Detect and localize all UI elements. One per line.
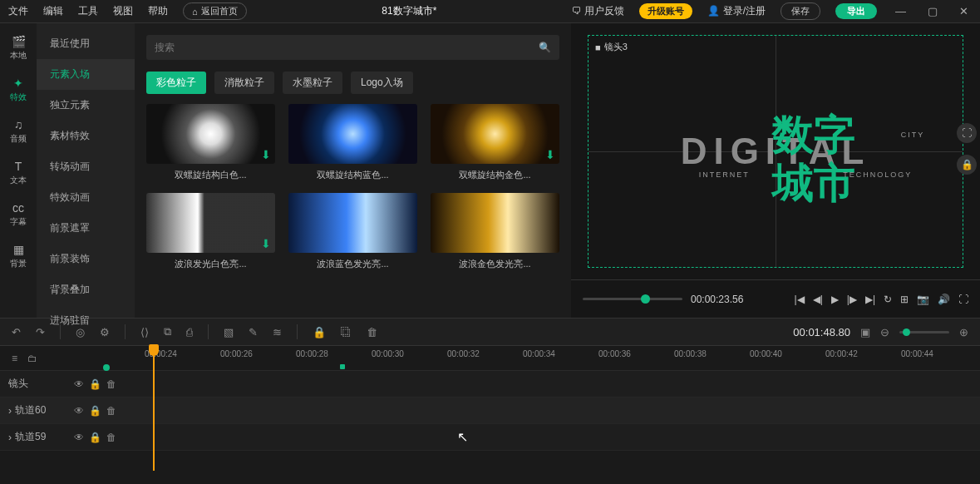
eye-icon[interactable]: 👁 — [74, 432, 84, 443]
export-button[interactable]: 导出 — [835, 3, 877, 19]
menu-tools[interactable]: 工具 — [78, 4, 98, 18]
search-input[interactable] — [155, 42, 539, 53]
asset-item[interactable]: 波浪金色发光亮... — [431, 193, 559, 270]
crop-tool-button[interactable]: ⛶ — [957, 123, 977, 143]
cat-standalone[interactable]: 独立元素 — [37, 90, 135, 121]
layers-icon[interactable]: ≋ — [273, 326, 282, 338]
volume-icon[interactable]: 🔊 — [938, 294, 950, 305]
cat-fg-mask[interactable]: 前景遮罩 — [37, 213, 135, 244]
crop-icon[interactable]: ⧉ — [164, 325, 171, 338]
preview-canvas[interactable]: ■镜头3 DIGITAL 数字 城市 INTERNET CITY TECHNOL… — [571, 23, 980, 279]
asset-item[interactable]: ⬇波浪发光白色亮... — [146, 193, 275, 270]
track-60[interactable]: ›轨道60 👁🔒🗑 — [0, 398, 980, 424]
nav-effects[interactable]: ✦特效 — [0, 73, 37, 106]
home-button[interactable]: ⌂返回首页 — [183, 2, 247, 20]
playhead-handle[interactable] — [149, 344, 159, 356]
seek-bar[interactable] — [583, 298, 682, 300]
snapshot-icon[interactable]: 📷 — [917, 294, 929, 305]
close-icon[interactable]: ✕ — [956, 5, 972, 17]
menu-help[interactable]: 帮助 — [148, 4, 168, 18]
upgrade-button[interactable]: 升级账号 — [639, 3, 692, 19]
safegrid-icon[interactable]: ⊞ — [900, 294, 909, 305]
tab-ink-particles[interactable]: 水墨粒子 — [283, 72, 342, 94]
step-fwd-icon[interactable]: |▶ — [847, 294, 857, 305]
zoom-slider[interactable] — [899, 331, 949, 333]
asset-item[interactable]: 波浪蓝色发光亮... — [288, 193, 417, 270]
lock-icon[interactable]: 🔒 — [89, 378, 101, 390]
chevron-right-icon[interactable]: › — [8, 432, 12, 443]
menu-edit[interactable]: 编辑 — [43, 4, 63, 18]
lock-icon[interactable]: 🔒 — [89, 405, 101, 417]
cat-material-fx[interactable]: 素材特效 — [37, 121, 135, 151]
cat-entry-stay[interactable]: 进场驻留 — [37, 305, 135, 336]
lock-icon[interactable]: 🔒 — [313, 326, 326, 338]
chevron-right-icon[interactable]: › — [8, 405, 12, 417]
maximize-icon[interactable]: ▢ — [924, 5, 941, 17]
nav-caption[interactable]: cc字幕 — [0, 198, 37, 231]
mask-icon[interactable]: ▧ — [224, 326, 234, 338]
download-icon[interactable]: ⬇ — [261, 237, 271, 250]
fit-icon[interactable]: ▣ — [860, 326, 870, 338]
marker[interactable] — [340, 364, 345, 369]
loop-icon[interactable]: ↻ — [884, 294, 892, 305]
track-shot[interactable]: 镜头 👁🔒🗑 — [0, 371, 980, 398]
feedback-button[interactable]: 🗨 用户反馈 — [572, 4, 624, 18]
zoom-in-icon[interactable]: ⊕ — [959, 326, 968, 338]
preview-panel: ■镜头3 DIGITAL 数字 城市 INTERNET CITY TECHNOL… — [571, 23, 980, 318]
seek-handle[interactable] — [641, 294, 650, 304]
trash-icon[interactable]: 🗑 — [106, 405, 116, 417]
topbar: 文件 编辑 工具 视图 帮助 ⌂返回首页 81数字城市* 🗨 用户反馈 升级账号… — [0, 0, 980, 23]
login-button[interactable]: 👤 登录/注册 — [707, 4, 766, 18]
download-icon[interactable]: ⬇ — [545, 148, 555, 161]
cat-element-in[interactable]: 元素入场 — [37, 59, 135, 90]
cat-transition[interactable]: 转场动画 — [37, 151, 135, 182]
redo-icon[interactable]: ↷ — [36, 326, 45, 338]
skip-start-icon[interactable]: |◀ — [795, 294, 805, 305]
fullscreen-icon[interactable]: ⛶ — [958, 294, 968, 305]
download-icon[interactable]: ⬇ — [261, 148, 271, 161]
trash-icon[interactable]: 🗑 — [367, 326, 377, 338]
nav-audio[interactable]: ♫音频 — [0, 115, 37, 148]
trash-icon[interactable]: 🗑 — [106, 432, 116, 443]
nav-bg[interactable]: ▦背景 — [0, 240, 37, 273]
cat-bg-overlay[interactable]: 背景叠加 — [37, 274, 135, 305]
track-folder-icon[interactable]: 🗀 — [27, 353, 37, 364]
nav-local[interactable]: 🎬本地 — [0, 32, 37, 65]
copy-icon[interactable]: ⿻ — [341, 326, 352, 338]
cat-fx-anim[interactable]: 特效动画 — [37, 182, 135, 213]
save-button[interactable]: 保存 — [781, 2, 820, 20]
track-list-icon[interactable]: ≡ — [12, 353, 17, 364]
code-tool-icon[interactable]: ⟨⟩ — [140, 326, 149, 338]
edit-icon[interactable]: ✎ — [249, 326, 258, 338]
target-icon[interactable]: ◎ — [76, 326, 85, 338]
minimize-icon[interactable]: — — [892, 5, 909, 17]
trash-icon[interactable]: 🗑 — [106, 378, 116, 390]
zoom-out-icon[interactable]: ⊖ — [880, 326, 889, 338]
playhead[interactable] — [153, 346, 155, 471]
lock-icon[interactable]: 🔒 — [89, 432, 101, 443]
menu-view[interactable]: 视图 — [113, 4, 133, 18]
tab-dissipate-particles[interactable]: 消散粒子 — [214, 72, 274, 94]
menu-file[interactable]: 文件 — [8, 4, 28, 18]
track-59[interactable]: ›轨道59 👁🔒🗑 — [0, 424, 980, 451]
skip-end-icon[interactable]: ▶| — [865, 294, 875, 305]
tab-logo-entry[interactable]: Logo入场 — [351, 72, 413, 94]
gear-icon[interactable]: ⚙ — [100, 326, 110, 338]
asset-item[interactable]: ⬇双螺旋结构金色... — [431, 104, 559, 181]
split-icon[interactable]: ⎙ — [186, 326, 193, 338]
search-icon[interactable]: 🔍 — [539, 42, 551, 53]
play-icon[interactable]: ▶ — [831, 294, 839, 305]
eye-icon[interactable]: 👁 — [74, 405, 84, 417]
cat-recent[interactable]: 最近使用 — [37, 28, 135, 59]
step-back-icon[interactable]: ◀| — [813, 294, 823, 305]
undo-icon[interactable]: ↶ — [12, 326, 21, 338]
zoom-handle[interactable] — [903, 328, 910, 336]
tab-color-particles[interactable]: 彩色粒子 — [146, 72, 206, 94]
asset-item[interactable]: ⬇双螺旋结构白色... — [146, 104, 275, 181]
ruler[interactable]: 00:00:2400:00:2600:00:2800:00:3000:00:32… — [125, 346, 980, 371]
lock-tool-button[interactable]: 🔒 — [957, 155, 977, 175]
cat-fg-deco[interactable]: 前景装饰 — [37, 244, 135, 274]
nav-text[interactable]: T文本 — [0, 156, 37, 190]
eye-icon[interactable]: 👁 — [74, 378, 84, 390]
asset-item[interactable]: 双螺旋结构蓝色... — [288, 104, 417, 181]
